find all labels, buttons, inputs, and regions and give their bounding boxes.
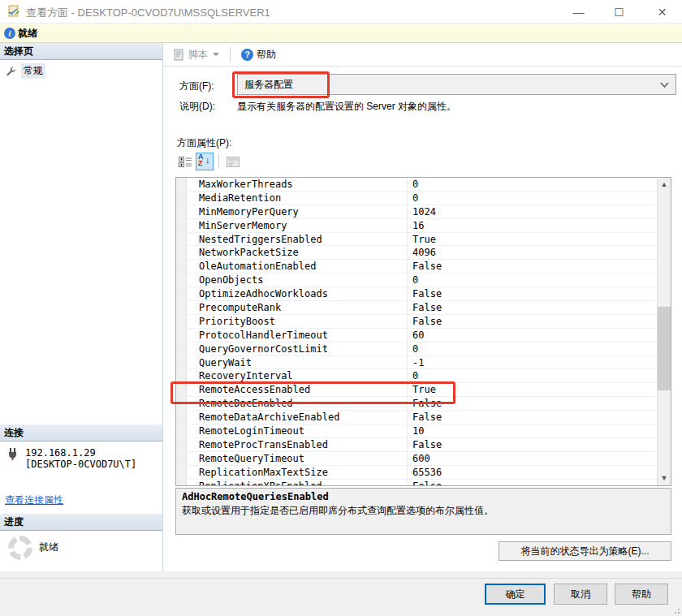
property-grid: MaxWorkerThreads0MediaRetention0MinMemor… bbox=[175, 177, 671, 486]
property-value[interactable]: 10 bbox=[407, 424, 657, 437]
info-icon: i bbox=[4, 28, 15, 39]
property-value[interactable]: 65536 bbox=[407, 466, 657, 479]
property-row[interactable]: MaxWorkerThreads0 bbox=[188, 178, 657, 192]
facet-dropdown[interactable]: 服务器配置 bbox=[237, 74, 676, 95]
property-name: RemoteDacEnabled bbox=[188, 397, 407, 410]
help-question-icon: ? bbox=[241, 49, 253, 61]
select-page-header: 选择页 bbox=[0, 43, 162, 60]
property-row[interactable]: RemoteDacEnabledFalse bbox=[188, 397, 657, 411]
scrollbar-thumb[interactable] bbox=[658, 307, 671, 390]
script-button[interactable]: 脚本 bbox=[170, 46, 222, 63]
status-text: 就绪 bbox=[18, 27, 37, 41]
property-row[interactable]: MinServerMemory16 bbox=[188, 219, 657, 233]
status-strip: i 就绪 bbox=[0, 24, 682, 43]
property-row[interactable]: ReplicationMaxTextSize65536 bbox=[188, 466, 657, 480]
property-row[interactable]: NetworkPacketSize4096 bbox=[188, 246, 657, 260]
property-row[interactable]: RemoteDataArchiveEnabledFalse bbox=[188, 411, 657, 424]
connection-server: 192.168.1.29 bbox=[25, 447, 136, 459]
property-value[interactable]: False bbox=[407, 315, 657, 328]
scroll-up-arrow-icon[interactable]: ▲ bbox=[658, 178, 671, 192]
property-value[interactable]: 0 bbox=[407, 342, 657, 355]
property-value[interactable]: 16 bbox=[407, 219, 657, 232]
property-grid-gutter bbox=[176, 178, 187, 485]
property-row[interactable]: RemoteQueryTimeout600 bbox=[188, 452, 657, 466]
az-sort-icon: AZ↓ bbox=[198, 155, 211, 168]
property-row[interactable]: MediaRetention0 bbox=[188, 192, 657, 205]
maximize-button[interactable]: ☐ bbox=[601, 0, 637, 24]
categorized-icon bbox=[179, 156, 192, 168]
view-facets-icon bbox=[7, 5, 21, 19]
resize-grip[interactable] bbox=[671, 605, 680, 614]
ok-button[interactable]: 确定 bbox=[485, 584, 546, 605]
dialog-toolbar: 脚本 ? 帮助 bbox=[163, 43, 682, 67]
minimize-button[interactable]: — bbox=[560, 0, 597, 24]
property-pages-button[interactable] bbox=[224, 153, 242, 170]
facet-properties-label: 方面属性(P): bbox=[177, 136, 231, 150]
property-name: OptimizeAdhocWorkloads bbox=[188, 287, 407, 300]
property-name: MediaRetention bbox=[188, 192, 407, 205]
view-connection-properties-link[interactable]: 查看连接属性 bbox=[5, 493, 63, 507]
progress-status: 就绪 bbox=[39, 541, 58, 554]
property-value[interactable]: False bbox=[407, 287, 657, 300]
categorized-view-button[interactable] bbox=[176, 153, 194, 170]
export-policy-button[interactable]: 将当前的状态导出为策略(E)... bbox=[499, 541, 671, 561]
property-value[interactable]: False bbox=[407, 438, 657, 451]
property-value[interactable]: False bbox=[407, 260, 657, 273]
property-value[interactable]: 600 bbox=[407, 452, 657, 465]
scroll-down-arrow-icon[interactable]: ▼ bbox=[658, 472, 671, 485]
property-row[interactable]: OleAutomationEnabledFalse bbox=[188, 260, 657, 274]
property-row[interactable]: PriorityBoostFalse bbox=[188, 315, 657, 329]
property-name: NestedTriggersEnabled bbox=[188, 233, 407, 246]
combo-chevron-down-icon bbox=[660, 80, 669, 89]
property-row[interactable]: OptimizeAdhocWorkloadsFalse bbox=[188, 287, 657, 301]
sidebar-item-general[interactable]: 常规 bbox=[5, 63, 45, 79]
property-value[interactable]: False bbox=[407, 411, 657, 424]
property-row[interactable]: PrecomputeRankFalse bbox=[188, 301, 657, 315]
close-button[interactable]: ✕ bbox=[644, 0, 680, 24]
property-value[interactable]: 1024 bbox=[407, 205, 657, 218]
property-value[interactable]: -1 bbox=[407, 356, 657, 369]
help-toolbar-button[interactable]: ? 帮助 bbox=[238, 46, 279, 63]
property-description-panel: AdHocRemoteQueriesEnabled 获取或设置用于指定是否已启用… bbox=[175, 488, 671, 535]
cancel-button[interactable]: 取消 bbox=[554, 584, 607, 605]
title-bar: 查看方面 - DESKTOP-0CVOD7U\MSSQLSERVER1 — ☐ … bbox=[0, 0, 682, 24]
property-row[interactable]: RemoteAccessEnabledTrue bbox=[188, 383, 657, 397]
property-name: RemoteLoginTimeout bbox=[188, 424, 407, 437]
description-label: 说明(D): bbox=[179, 100, 215, 114]
property-value[interactable]: 0 bbox=[407, 178, 657, 191]
help-button[interactable]: 帮助 bbox=[615, 584, 668, 605]
property-row[interactable]: NestedTriggersEnabledTrue bbox=[188, 233, 657, 247]
connection-login: [DESKTOP-0CVOD7U\T] bbox=[25, 459, 136, 470]
property-row[interactable]: OpenObjects0 bbox=[188, 274, 657, 287]
facet-label: 方面(F): bbox=[179, 80, 214, 93]
connection-entry: 192.168.1.29 [DESKTOP-0CVOD7U\T] bbox=[6, 447, 136, 470]
connection-plug-icon bbox=[6, 447, 19, 460]
property-name: MaxWorkerThreads bbox=[188, 178, 407, 191]
alphabetical-sort-button[interactable]: AZ↓ bbox=[196, 153, 214, 170]
property-name: ReplicationXPsEnabled bbox=[188, 480, 407, 485]
property-value[interactable]: False bbox=[407, 301, 657, 314]
property-row[interactable]: RecoveryInterval0 bbox=[188, 369, 657, 383]
vertical-scrollbar[interactable]: ▲ ▼ bbox=[657, 178, 671, 485]
property-row[interactable]: RemoteProcTransEnabledFalse bbox=[188, 438, 657, 452]
property-value[interactable]: 0 bbox=[407, 192, 657, 205]
property-value[interactable]: False bbox=[407, 397, 657, 410]
property-value[interactable]: 60 bbox=[407, 329, 657, 342]
chevron-down-icon bbox=[213, 53, 219, 56]
property-row[interactable]: MinMemoryPerQuery1024 bbox=[188, 205, 657, 219]
property-row[interactable]: ReplicationXPsEnabledFalse bbox=[188, 480, 657, 485]
property-value[interactable]: 0 bbox=[407, 274, 657, 286]
property-value[interactable]: 4096 bbox=[407, 246, 657, 259]
property-name: ReplicationMaxTextSize bbox=[188, 466, 407, 479]
property-grid-rows: MaxWorkerThreads0MediaRetention0MinMemor… bbox=[188, 178, 657, 485]
property-row[interactable]: RemoteLoginTimeout10 bbox=[188, 424, 657, 438]
property-value[interactable]: 0 bbox=[407, 369, 657, 382]
property-row[interactable]: QueryWait-1 bbox=[188, 356, 657, 370]
property-row[interactable]: QueryGovernorCostLimit0 bbox=[188, 342, 657, 356]
property-value[interactable]: False bbox=[407, 480, 657, 485]
property-name: RemoteDataArchiveEnabled bbox=[188, 411, 407, 424]
property-value[interactable]: True bbox=[407, 233, 657, 246]
property-row[interactable]: ProtocolHandlerTimeout60 bbox=[188, 329, 657, 342]
property-name: MinMemoryPerQuery bbox=[188, 205, 407, 218]
property-value[interactable]: True bbox=[407, 383, 657, 396]
